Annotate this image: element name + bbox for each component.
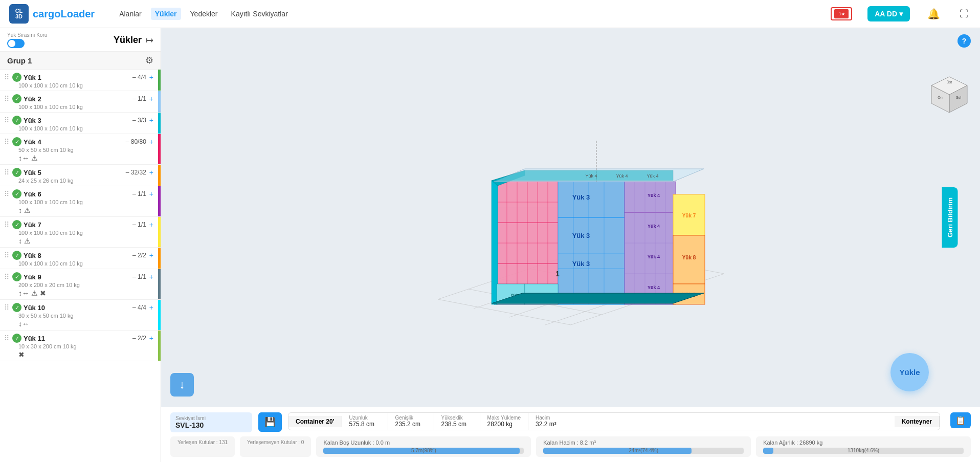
drag-handle[interactable]: ⠿ <box>3 73 10 81</box>
cargo-add-yuk7[interactable]: + <box>149 221 153 229</box>
cargo-item-yuk11[interactable]: ⠿ ✓ Yük 11 – 2/2 + 10 x 30 x 200 cm 10 k… <box>0 331 161 361</box>
export-button[interactable]: 📋 <box>950 412 971 428</box>
cargo-item-yuk5[interactable]: ⠿ ✓ Yük 5 – 32/32 + 24 x 25 x 26 cm 10 k… <box>0 165 161 186</box>
drag-handle[interactable]: ⠿ <box>3 221 10 229</box>
svg-text:Yük 4: Yük 4 <box>648 254 660 259</box>
nav-kayitli[interactable]: Kayıtlı Sevkiyatlar <box>227 8 292 20</box>
cargo-count-yuk5: – 32/32 <box>126 169 146 176</box>
cargo-item-yuk1[interactable]: ⠿ ✓ Yük 1 – 4/4 + 100 x 100 x 100 cm 10 … <box>0 70 161 91</box>
drag-handle[interactable]: ⠿ <box>3 168 10 177</box>
cargo-add-yuk3[interactable]: + <box>149 116 153 124</box>
cargo-count-yuk2: – 1/1 <box>132 95 146 102</box>
nav-alanlar[interactable]: Alanlar <box>115 8 146 20</box>
save-button[interactable]: 💾 <box>258 412 282 432</box>
rotate-icon: ↕↔ <box>18 320 29 328</box>
cargo-add-yuk10[interactable]: + <box>149 303 153 312</box>
cargo-add-yuk4[interactable]: + <box>149 138 153 146</box>
svg-text:Yük 7: Yük 7 <box>682 213 696 218</box>
group-settings-icon[interactable]: ⚙ <box>145 55 153 66</box>
cargo-check-yuk1: ✓ <box>12 73 21 82</box>
cargo-add-yuk8[interactable]: + <box>149 251 153 259</box>
language-selector[interactable] <box>831 7 852 20</box>
cargo-check-yuk6: ✓ <box>12 189 21 199</box>
flag-icon <box>834 9 849 18</box>
cargo-dims-yuk11: 10 x 30 x 200 cm 10 kg <box>3 343 153 349</box>
right-panel: ? Üst Sol Ön Geri Bildirim <box>161 28 980 462</box>
group-name: Grup 1 <box>7 56 32 65</box>
cargo-item-yuk7[interactable]: ⠿ ✓ Yük 7 – 1/1 + 100 x 100 x 100 cm 10 … <box>0 217 161 248</box>
nav-yedekler[interactable]: Yedekler <box>186 8 222 20</box>
drag-handle[interactable]: ⠿ <box>3 95 10 103</box>
drag-handle[interactable]: ⠿ <box>3 190 10 198</box>
sidebar-export-button[interactable]: ↦ <box>146 35 153 46</box>
svg-marker-75 <box>492 293 704 303</box>
drag-handle[interactable]: ⠿ <box>3 116 10 124</box>
cargo-item-yuk2[interactable]: ⠿ ✓ Yük 2 – 1/1 + 100 x 100 x 100 cm 10 … <box>0 91 161 113</box>
cargo-item-yuk3[interactable]: ⠿ ✓ Yük 3 – 3/3 + 100 x 100 x 100 cm 10 … <box>0 113 161 134</box>
svg-text:Sol: Sol <box>956 96 962 99</box>
group-header: Grup 1 ⚙ <box>0 52 161 70</box>
cargo-dims-yuk5: 24 x 25 x 26 cm 10 kg <box>3 178 153 184</box>
spec-hacim: Hacim 32.2 m³ <box>528 413 574 430</box>
cargo-add-yuk2[interactable]: + <box>149 95 153 103</box>
cargo-item-yuk10[interactable]: ⠿ ✓ Yük 10 – 4/4 + 30 x 50 x 50 cm 10 kg… <box>0 300 161 331</box>
cargo-item-yuk9[interactable]: ⠿ ✓ Yük 9 – 1/1 + 200 x 200 x 20 cm 10 k… <box>0 269 161 300</box>
svg-text:Yük 4: Yük 4 <box>585 173 597 179</box>
main-nav: Alanlar Yükler Yedekler Kayıtlı Sevkiyat… <box>115 8 292 20</box>
cargo-item-yuk8[interactable]: ⠿ ✓ Yük 8 – 2/2 + 100 x 100 x 100 cm 10 … <box>0 248 161 269</box>
drag-handle[interactable]: ⠿ <box>3 334 10 342</box>
cargo-add-yuk5[interactable]: + <box>149 168 153 177</box>
cargo-item-yuk4[interactable]: ⠿ ✓ Yük 4 – 80/80 + 50 x 50 x 50 cm 10 k… <box>0 134 161 165</box>
cargo-add-yuk6[interactable]: + <box>149 190 153 198</box>
cargo-count-yuk7: – 1/1 <box>132 221 146 228</box>
nav-yukler[interactable]: Yükler <box>151 8 181 20</box>
sidebar-top: Yük Sırasını Koru Yükler ↦ <box>0 28 161 52</box>
cargo-add-yuk9[interactable]: + <box>149 273 153 281</box>
cargo-check-yuk5: ✓ <box>12 168 21 177</box>
cargo-add-yuk11[interactable]: + <box>149 334 153 342</box>
cargo-item-yuk6[interactable]: ⠿ ✓ Yük 6 – 1/1 + 100 x 100 x 100 cm 10 … <box>0 186 161 217</box>
cargo-check-yuk11: ✓ <box>12 334 21 343</box>
svg-text:Yük 3: Yük 3 <box>572 232 590 239</box>
cargo-check-yuk9: ✓ <box>12 272 21 281</box>
help-button[interactable]: ? <box>957 34 971 48</box>
progress-label-hacim: 24m³(74.4%) <box>543 448 744 454</box>
yuk3-boxes: Yük 3 Yük 3 Yük 3 <box>558 182 625 304</box>
cargo-name-yuk10: Yük 10 <box>24 304 130 312</box>
notification-button[interactable]: 🔔 <box>925 6 942 22</box>
cargo-check-yuk2: ✓ <box>12 94 21 103</box>
cargo-color-bar-yuk2 <box>158 91 161 112</box>
orientation-cube[interactable]: Üst Sol Ön <box>929 74 970 115</box>
fragile-icon: ⚠ <box>31 289 38 297</box>
svg-text:Yük 8: Yük 8 <box>682 255 696 260</box>
cargo-color-bar-yuk6 <box>158 186 161 216</box>
svg-text:Üst: Üst <box>947 80 952 84</box>
drag-handle[interactable]: ⠿ <box>3 138 10 146</box>
fullscreen-button[interactable]: ⛶ <box>957 7 971 21</box>
progress-track-agirlik: 1310kg(4.6%) <box>763 448 964 454</box>
feedback-button[interactable]: Geri Bildirim <box>942 187 957 248</box>
container-title: Container 20' <box>288 416 342 427</box>
drag-handle[interactable]: ⠿ <box>3 251 10 259</box>
svg-text:Yük 3: Yük 3 <box>572 260 590 268</box>
download-button[interactable]: ↓ <box>170 373 194 397</box>
user-menu-button[interactable]: AA DD ▾ <box>867 6 910 21</box>
cargo-icons-yuk10: ↕↔ <box>3 320 153 328</box>
cargo-name-yuk7: Yük 7 <box>24 221 130 229</box>
upload-button[interactable]: Yükle <box>890 353 929 391</box>
preserve-order: Yük Sırasını Koru <box>7 32 47 48</box>
cargo-dims-yuk1: 100 x 100 x 100 cm 10 kg <box>3 82 153 89</box>
cargo-dims-yuk8: 100 x 100 x 100 cm 10 kg <box>3 260 153 267</box>
progress-uzunluk: Kalan Boş Uzunluk : 0.0 m 5.7m(98%) <box>316 436 531 457</box>
drag-handle[interactable]: ⠿ <box>3 303 10 312</box>
cargo-name-yuk6: Yük 6 <box>24 190 130 198</box>
3d-viewer[interactable]: ? Üst Sol Ön Geri Bildirim <box>161 28 980 407</box>
cargo-check-yuk8: ✓ <box>12 251 21 260</box>
cargo-dims-yuk2: 100 x 100 x 100 cm 10 kg <box>3 104 153 110</box>
drag-handle[interactable]: ⠿ <box>3 273 10 281</box>
cargo-count-yuk3: – 3/3 <box>132 117 146 124</box>
cargo-add-yuk1[interactable]: + <box>149 73 153 81</box>
progress-label-uzunluk: 5.7m(98%) <box>323 448 524 454</box>
cargo-icons-yuk9: ↕↔ ⚠ ✖ <box>3 289 153 297</box>
preserve-toggle[interactable] <box>7 39 25 48</box>
